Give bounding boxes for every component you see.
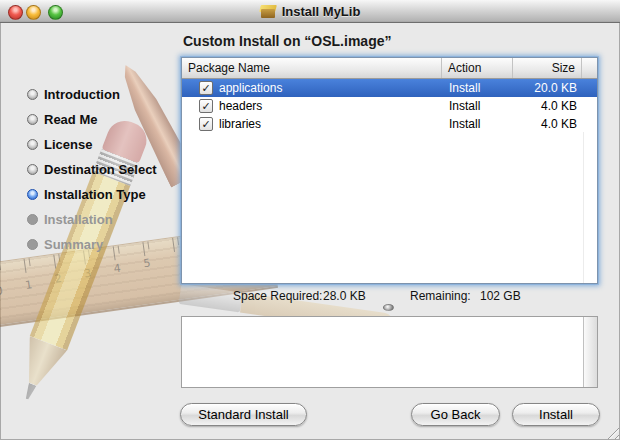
package-size: 4.0 KB bbox=[513, 99, 582, 113]
sidebar-item-summary: Summary bbox=[27, 232, 157, 257]
package-description-box bbox=[181, 316, 598, 388]
package-table[interactable]: Package Name Action Size ✓ applications … bbox=[181, 57, 598, 284]
ruler-number: 5 bbox=[143, 256, 152, 270]
step-bullet-icon bbox=[27, 139, 38, 150]
package-name: applications bbox=[219, 81, 282, 95]
installer-window: { "window": { "title": "Install MyLib" }… bbox=[0, 0, 620, 440]
space-required-value: 28.0 KB bbox=[323, 289, 366, 303]
sidebar-item-license: License bbox=[27, 132, 157, 157]
package-name: headers bbox=[219, 99, 262, 113]
column-header-package-name[interactable]: Package Name bbox=[182, 58, 442, 78]
package-action: Install bbox=[442, 81, 513, 95]
ruler-number: 0 bbox=[0, 284, 4, 298]
table-empty-area bbox=[182, 132, 584, 283]
table-header: Package Name Action Size bbox=[182, 58, 597, 79]
step-label: Installation bbox=[44, 212, 113, 227]
column-header-size[interactable]: Size bbox=[513, 58, 582, 78]
package-icon bbox=[260, 5, 276, 18]
step-bullet-icon bbox=[27, 114, 38, 125]
window-title: Install MyLib bbox=[282, 4, 361, 19]
step-bullet-icon bbox=[27, 189, 38, 200]
table-row-applications[interactable]: ✓ applications Install 20.0 KB bbox=[182, 79, 597, 97]
column-header-spacer bbox=[582, 58, 595, 78]
table-row-headers[interactable]: ✓ headers Install 4.0 KB bbox=[182, 97, 597, 115]
scrollbar-track[interactable] bbox=[583, 317, 597, 387]
disk-space-status: Space Required: 28.0 KB Remaining: 102 G… bbox=[181, 289, 598, 303]
step-bullet-icon bbox=[27, 239, 38, 250]
space-required-label: Space Required: bbox=[233, 289, 322, 303]
step-label: Introduction bbox=[44, 87, 120, 102]
installer-steps: Introduction Read Me License Destination… bbox=[27, 82, 157, 257]
standard-install-button[interactable]: Standard Install bbox=[180, 403, 307, 426]
remaining-value: 102 GB bbox=[480, 289, 521, 303]
package-size: 4.0 KB bbox=[513, 117, 582, 131]
step-label: License bbox=[44, 137, 92, 152]
step-bullet-icon bbox=[27, 214, 38, 225]
step-bullet-icon bbox=[27, 89, 38, 100]
sidebar-item-introduction: Introduction bbox=[27, 82, 157, 107]
step-label: Destination Select bbox=[44, 162, 157, 177]
package-name: libraries bbox=[219, 117, 261, 131]
sidebar-item-destination-select: Destination Select bbox=[27, 157, 157, 182]
table-row-libraries[interactable]: ✓ libraries Install 4.0 KB bbox=[182, 115, 597, 133]
sidebar-item-read-me: Read Me bbox=[27, 107, 157, 132]
splitter-handle[interactable] bbox=[383, 304, 394, 311]
package-action: Install bbox=[442, 117, 513, 131]
remaining-label: Remaining: bbox=[410, 289, 471, 303]
step-label: Read Me bbox=[44, 112, 97, 127]
sidebar-item-installation-type: Installation Type bbox=[27, 182, 157, 207]
package-size: 20.0 KB bbox=[513, 81, 582, 95]
titlebar[interactable]: Install MyLib bbox=[0, 0, 620, 23]
package-action: Install bbox=[442, 99, 513, 113]
sidebar-item-installation: Installation bbox=[27, 207, 157, 232]
step-bullet-icon bbox=[27, 164, 38, 175]
install-button[interactable]: Install bbox=[512, 403, 600, 426]
column-header-action[interactable]: Action bbox=[442, 58, 513, 78]
checkbox-applications[interactable]: ✓ bbox=[199, 81, 213, 95]
ruler-number: 1 bbox=[24, 278, 33, 292]
page-title: Custom Install on “OSL.image” bbox=[183, 33, 391, 49]
go-back-button[interactable]: Go Back bbox=[411, 403, 500, 426]
step-label: Summary bbox=[44, 237, 103, 252]
ruler-number: 4 bbox=[113, 262, 122, 276]
checkbox-libraries[interactable]: ✓ bbox=[199, 117, 213, 131]
checkbox-headers[interactable]: ✓ bbox=[199, 99, 213, 113]
step-label: Installation Type bbox=[44, 187, 146, 202]
